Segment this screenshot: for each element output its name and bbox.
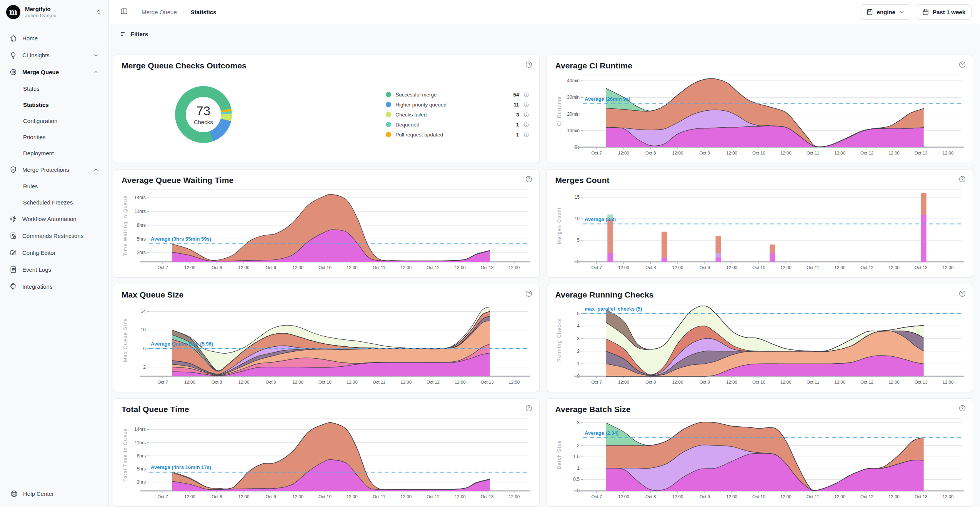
legend-item-pull-request-updated[interactable]: Pull request updated1 xyxy=(386,132,529,138)
svg-text:12:00: 12:00 xyxy=(292,380,303,384)
svg-text:Oct 10: Oct 10 xyxy=(318,494,332,499)
lifebuoy-icon xyxy=(10,490,18,498)
svg-text:8hrs: 8hrs xyxy=(137,223,146,228)
svg-text:12:00: 12:00 xyxy=(347,380,358,384)
svg-text:12:00: 12:00 xyxy=(455,494,466,499)
sidebar-item-help-center[interactable]: Help Center xyxy=(6,490,102,498)
sidebar-item-scheduled-freezes[interactable]: Scheduled Freezes xyxy=(5,194,103,210)
svg-text:Max Queue Size: Max Queue Size xyxy=(123,318,128,362)
info-icon[interactable] xyxy=(523,112,529,118)
svg-text:Oct 11: Oct 11 xyxy=(806,265,819,270)
sidebar-item-workflow-automation[interactable]: Workflow Automation xyxy=(5,210,103,227)
shield-icon xyxy=(9,166,17,174)
org-logo: m xyxy=(6,5,20,19)
legend-dot xyxy=(386,112,391,117)
sidebar-item-integrations[interactable]: Integrations xyxy=(5,278,103,295)
svg-text:Oct 8: Oct 8 xyxy=(212,494,222,499)
svg-text:Oct 12: Oct 12 xyxy=(860,151,873,155)
svg-text:Running Checks: Running Checks xyxy=(557,319,562,362)
repository-select[interactable]: engine xyxy=(860,4,911,20)
filters-bar: Filters xyxy=(109,24,980,44)
sidebar-item-merge-protections[interactable]: Merge Protections xyxy=(5,161,103,178)
chart-average-running-checks[interactable]: 012345Oct 712:00Oct 812:00Oct 912:00Oct … xyxy=(555,300,965,388)
help-icon[interactable] xyxy=(524,175,533,184)
svg-text:12:00: 12:00 xyxy=(726,380,737,384)
chart-average-ci-runtime[interactable]: 0s10min20min30min40minOct 712:00Oct 812:… xyxy=(555,71,965,159)
help-icon[interactable] xyxy=(958,289,967,298)
info-icon[interactable] xyxy=(523,102,529,108)
svg-text:0.5: 0.5 xyxy=(573,477,580,482)
svg-text:12:00: 12:00 xyxy=(618,380,629,384)
legend-label: Dequeued xyxy=(395,122,419,128)
org-text: Mergifyio Julien Danjou xyxy=(25,6,57,18)
svg-text:Oct 8: Oct 8 xyxy=(212,380,222,384)
sidebar-toggle-button[interactable] xyxy=(117,5,130,18)
sidebar-item-home[interactable]: Home xyxy=(5,30,103,47)
logs-icon xyxy=(9,266,17,274)
help-icon[interactable] xyxy=(524,404,533,413)
svg-text:12:00: 12:00 xyxy=(184,380,195,384)
legend-item-checks-failed[interactable]: Checks failed3 xyxy=(386,112,529,118)
svg-text:Oct 9: Oct 9 xyxy=(266,380,276,384)
svg-text:12:00: 12:00 xyxy=(618,151,629,155)
svg-text:2: 2 xyxy=(143,364,146,370)
svg-text:Oct 8: Oct 8 xyxy=(212,265,222,270)
sidebar-item-label: Workflow Automation xyxy=(22,216,77,222)
sidebar-item-statistics[interactable]: Statistics xyxy=(5,96,103,113)
info-icon[interactable] xyxy=(523,92,529,98)
svg-text:2: 2 xyxy=(577,443,580,448)
svg-text:12:00: 12:00 xyxy=(780,380,791,384)
legend-value: 11 xyxy=(513,102,519,108)
breadcrumb-merge-queue[interactable]: Merge Queue xyxy=(142,9,177,15)
date-range-label: Past 1 week xyxy=(933,9,965,15)
date-range-button[interactable]: Past 1 week xyxy=(916,4,972,20)
help-icon[interactable] xyxy=(524,289,533,298)
legend-item-dequeued[interactable]: Dequeued1 xyxy=(386,122,529,128)
legend-item-successful-merge[interactable]: Successful merge54 xyxy=(386,92,529,98)
svg-text:Oct 7: Oct 7 xyxy=(591,380,602,384)
sidebar-item-event-logs[interactable]: Event Logs xyxy=(5,261,103,278)
legend-item-higher-priority-queued[interactable]: Higher priority queued11 xyxy=(386,102,529,108)
svg-text:Time Waiting in Queue: Time Waiting in Queue xyxy=(123,195,128,256)
info-icon[interactable] xyxy=(523,122,529,128)
sidebar-item-ci-insights[interactable]: CI Insights xyxy=(5,47,103,63)
sidebar-item-configuration[interactable]: Configuration xyxy=(5,113,103,129)
svg-text:12:00: 12:00 xyxy=(455,380,466,384)
svg-text:Oct 13: Oct 13 xyxy=(481,380,494,384)
sidebar-item-merge-queue[interactable]: Merge Queue xyxy=(5,63,103,80)
help-icon[interactable] xyxy=(958,60,967,69)
svg-text:12:00: 12:00 xyxy=(618,265,629,270)
chart-average-batch-size[interactable]: 00.511.523Oct 712:00Oct 812:00Oct 912:00… xyxy=(555,415,965,502)
sidebar-item-priorities[interactable]: Priorities xyxy=(5,129,103,145)
org-switcher[interactable]: m Mergifyio Julien Danjou xyxy=(0,0,108,24)
svg-text:12:00: 12:00 xyxy=(834,265,845,270)
chart-max-queue-size[interactable]: 261014Oct 712:00Oct 812:00Oct 912:00Oct … xyxy=(122,300,531,388)
sidebar-item-config-editor[interactable]: Config Editor xyxy=(5,244,103,261)
help-icon[interactable] xyxy=(524,60,533,69)
svg-text:12:00: 12:00 xyxy=(455,265,466,270)
chart-average-queue-waiting-time[interactable]: 2hrs5hrs8hrs11hrs14hrsOct 712:00Oct 812:… xyxy=(122,186,531,273)
chart-total-queue-time[interactable]: 2hrs5hrs8hrs11hrs14hrsOct 712:00Oct 812:… xyxy=(122,415,531,502)
legend-dot xyxy=(386,122,391,127)
checks-outcomes-donut-chart[interactable]: 73 Checks xyxy=(175,86,232,143)
svg-text:Average (3hrs 55min 59s): Average (3hrs 55min 59s) xyxy=(151,236,211,242)
help-icon[interactable] xyxy=(958,175,967,184)
panel-icon xyxy=(120,7,128,17)
sidebar-item-deployment[interactable]: Deployment xyxy=(5,145,103,161)
sidebar-item-commands-restrictions[interactable]: Commands Restrictions xyxy=(5,227,103,244)
info-icon[interactable] xyxy=(523,132,529,138)
svg-text:Oct 10: Oct 10 xyxy=(752,494,765,499)
filter-icon xyxy=(120,30,127,38)
filters-button[interactable]: Filters xyxy=(117,30,150,38)
svg-text:max_parallel_checks (5): max_parallel_checks (5) xyxy=(585,306,642,312)
help-icon[interactable] xyxy=(958,404,967,413)
sidebar-item-status[interactable]: Status xyxy=(5,80,103,96)
legend-label: Pull request updated xyxy=(395,132,443,138)
chart-merges-count[interactable]: 051015Oct 712:00Oct 812:00Oct 912:00Oct … xyxy=(555,186,965,273)
svg-text:Oct 9: Oct 9 xyxy=(699,265,710,270)
svg-text:Oct 10: Oct 10 xyxy=(752,265,765,270)
app: m Mergifyio Julien Danjou HomeCI Insight… xyxy=(0,0,980,507)
sidebar-item-rules[interactable]: Rules xyxy=(5,178,103,194)
svg-text:11hrs: 11hrs xyxy=(135,440,146,445)
svg-text:20min: 20min xyxy=(567,111,580,117)
